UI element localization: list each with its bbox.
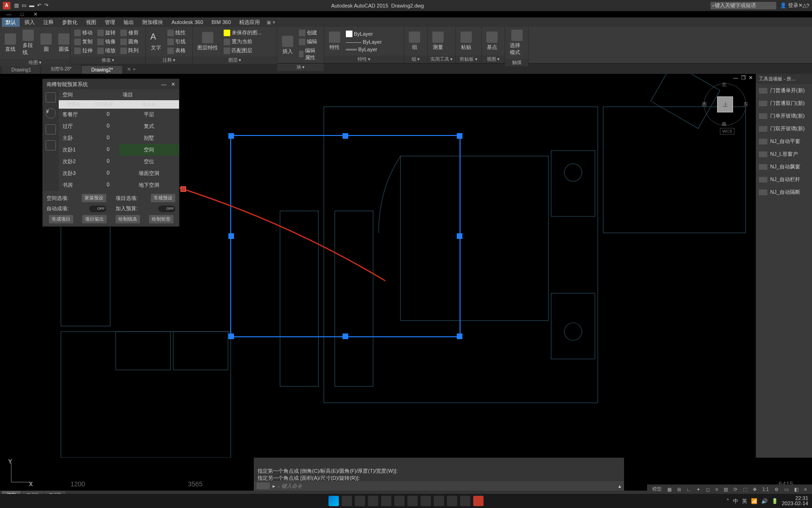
palette-item-4[interactable]: NJ_自动平窗 <box>756 135 812 148</box>
space-row-2[interactable]: 主卧0 <box>59 132 119 144</box>
project-row-3[interactable]: 空间 <box>119 144 179 156</box>
maximize-button[interactable]: □ <box>19 11 25 17</box>
doctab-add[interactable]: ✕ + <box>123 65 139 74</box>
taskbar-app5-icon[interactable] <box>447 496 457 506</box>
help-search[interactable]: ▸ 键入关键字或短语 <box>710 2 776 9</box>
command-history[interactable]: 指定第一个角点或 [倒角(C)/标高(E)/圆角(F)/厚度(T)/宽度(W)]… <box>254 458 624 491</box>
normal-preset-button[interactable]: 常规预设 <box>151 194 175 202</box>
menu-manage[interactable]: 管理 <box>101 18 119 27</box>
menu-a360[interactable]: Autodesk 360 <box>168 18 207 26</box>
command-input[interactable]: - 键入命令 <box>278 483 616 490</box>
menu-expand-icon[interactable]: ▣ ▾ <box>266 19 275 25</box>
project-row-1[interactable]: 复式 <box>119 120 179 132</box>
home-preset-button[interactable]: 家装预设 <box>82 194 106 202</box>
lw-bylayer[interactable]: ═══ByLayer <box>345 46 401 53</box>
tool-insertblock[interactable]: 插入 <box>280 35 295 56</box>
generate-project-button[interactable]: 生成项目 <box>49 215 73 223</box>
status-dyn-icon[interactable]: ✥ <box>751 487 758 492</box>
tool-polyline[interactable]: 多段线 <box>21 29 36 57</box>
project-row-2[interactable]: 别墅 <box>119 132 179 144</box>
tray-ime-icon[interactable]: 中 <box>733 498 738 505</box>
status-3d-icon[interactable]: ⬚ <box>742 487 749 492</box>
tray-wifi-icon[interactable]: 📶 <box>751 498 757 504</box>
status-scale[interactable]: 1:1 <box>761 487 770 492</box>
tool-arc[interactable]: 圆弧 <box>56 32 71 54</box>
exchange-icon[interactable]: ✕ <box>798 2 803 8</box>
taskbar-search-icon[interactable] <box>342 496 352 506</box>
menu-default[interactable]: 默认 <box>2 18 20 27</box>
menu-parametric[interactable]: 参数化 <box>58 18 81 27</box>
space-row-0[interactable]: 客餐厅0 <box>59 109 119 120</box>
grip-l[interactable] <box>228 233 234 239</box>
tool-properties[interactable]: 特性 <box>327 31 342 52</box>
tool-copy[interactable]: 复制 <box>73 38 94 46</box>
tool-scale[interactable]: 缩放 <box>96 47 117 55</box>
grip-r[interactable] <box>457 233 462 239</box>
close-button[interactable]: ✕ <box>32 11 39 17</box>
space-row-6[interactable]: 书房0 <box>59 179 119 191</box>
status-cycle-icon[interactable]: ⟳ <box>732 487 739 492</box>
tool-table[interactable]: 表格 <box>166 47 187 55</box>
grip-tr[interactable] <box>457 133 462 139</box>
line-bylayer[interactable]: ———ByLayer <box>345 39 401 45</box>
a360-icon[interactable]: △ <box>803 2 806 8</box>
project-row-5[interactable]: 墙面空洞 <box>119 167 179 179</box>
menu-insert[interactable]: 插入 <box>21 18 39 27</box>
auto-item-toggle[interactable]: OFF <box>89 206 106 212</box>
draw-rect-button[interactable]: 绘制矩形 <box>149 215 173 223</box>
taskbar-app1-icon[interactable] <box>394 496 405 506</box>
tool-palette-title[interactable]: 工具选项板 - 所... <box>756 74 812 84</box>
space-row-1[interactable]: 过厅0 <box>59 120 119 132</box>
status-max-icon[interactable]: ▭ <box>783 487 790 492</box>
doctab-1[interactable]: 别墅8-28* <box>41 64 81 74</box>
grip-t[interactable] <box>343 133 348 139</box>
qat-undo-icon[interactable]: ↶ <box>37 2 41 8</box>
tool-rotate[interactable]: 旋转 <box>96 29 117 37</box>
drawing-area[interactable]: [-][俯视][二维线框] <box>0 74 812 458</box>
palette-item-7[interactable]: NJ_自动栏杆 <box>756 173 812 186</box>
tool-setcurrent[interactable]: 置为当前 <box>223 38 274 46</box>
color-bylayer[interactable]: ByLayer <box>345 30 401 38</box>
taskbar-app4-icon[interactable] <box>434 496 444 506</box>
doctab-2[interactable]: Drawing2* <box>82 66 122 74</box>
palette-item-0[interactable]: 门普通单开(新) <box>756 84 812 97</box>
tool-fillet[interactable]: 圆角 <box>119 38 140 46</box>
grip-br[interactable] <box>457 333 462 339</box>
status-osnap-icon[interactable]: ◻ <box>704 487 711 492</box>
palette-item-3[interactable]: 门双开玻璃(新) <box>756 122 812 135</box>
taskbar-explorer-icon[interactable] <box>368 496 378 506</box>
status-custom-icon[interactable]: ≡ <box>803 487 808 492</box>
tool-trim[interactable]: 修剪 <box>119 29 140 37</box>
taskbar-autocad-icon[interactable] <box>473 496 484 506</box>
tool-stretch[interactable]: 拉伸 <box>73 47 94 55</box>
taskbar-app6-icon[interactable] <box>460 496 470 506</box>
doc-close-icon[interactable]: ✕ <box>749 75 753 81</box>
panel-close-icon[interactable]: ✕ <box>171 81 175 87</box>
layer-dropdown[interactable]: 未保存的图... <box>223 29 274 37</box>
cmd-expand-icon[interactable]: ▴ <box>618 483 621 489</box>
tool-linear[interactable]: 线性 <box>166 29 187 37</box>
status-ortho-icon[interactable]: ∟ <box>685 487 693 492</box>
menu-annotate[interactable]: 注释 <box>39 18 57 27</box>
space-row-5[interactable]: 次卧30 <box>59 167 119 179</box>
status-clean-icon[interactable]: ◧ <box>793 487 800 492</box>
panel-titlebar[interactable]: 南樽智能预算系统 — ✕ <box>43 79 179 89</box>
status-polar-icon[interactable]: ✦ <box>695 487 702 492</box>
tool-matchlayer[interactable]: 匹配图层 <box>223 47 274 55</box>
tray-volume-icon[interactable]: 🔊 <box>761 498 768 504</box>
tool-group[interactable]: 组 <box>407 31 422 52</box>
menu-addins[interactable]: 附加模块 <box>139 18 167 27</box>
panel-nav-money-icon[interactable]: ¥ <box>46 108 56 119</box>
login-button[interactable]: 👤 登录 <box>780 2 798 9</box>
minimize-button[interactable]: — <box>6 11 12 17</box>
grip-tl[interactable] <box>228 133 234 139</box>
status-snap-icon[interactable]: ⊞ <box>676 487 682 492</box>
palette-item-5[interactable]: NJ_L形窗户 <box>756 148 812 160</box>
panel-nav-search-icon[interactable] <box>46 124 56 135</box>
doctab-0[interactable]: Drawing1 <box>2 66 40 74</box>
tool-editattr[interactable]: 编辑属性 <box>298 47 321 62</box>
status-gear-icon[interactable]: ⚙ <box>773 487 780 492</box>
wcs-label[interactable]: WCS <box>720 128 734 135</box>
qat-new-icon[interactable]: ▥ <box>14 2 19 8</box>
qat-open-icon[interactable]: ▭ <box>22 2 26 8</box>
